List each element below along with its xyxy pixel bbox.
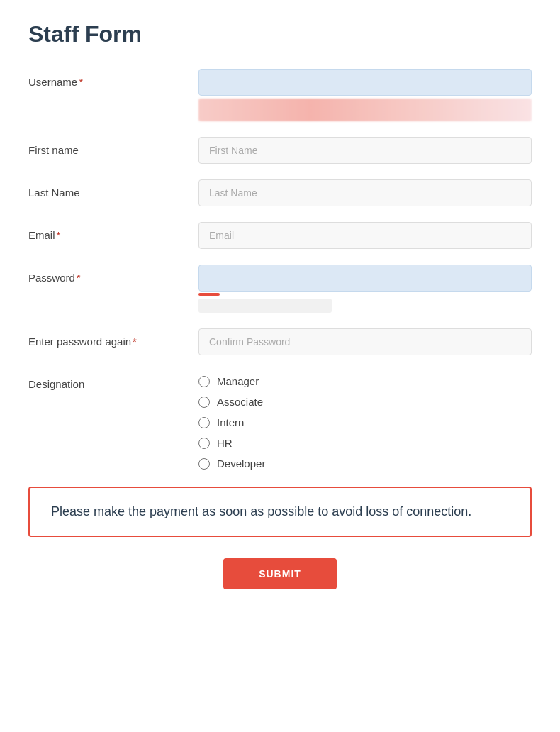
last-name-field-wrapper: [198, 179, 532, 206]
submit-row: SUBMIT: [28, 558, 532, 589]
designation-field-wrapper: Manager Associate Intern HR Developer: [198, 371, 532, 470]
page-title: Staff Form: [28, 21, 532, 48]
designation-option-hr[interactable]: HR: [198, 437, 532, 449]
alert-box: Please make the payment as soon as possi…: [28, 487, 532, 537]
username-label: Username*: [28, 69, 198, 88]
last-name-input[interactable]: [198, 179, 532, 206]
password-input[interactable]: [198, 265, 532, 292]
designation-radio-developer[interactable]: [198, 458, 210, 470]
email-row: Email*: [28, 222, 532, 249]
designation-option-manager[interactable]: Manager: [198, 375, 532, 387]
first-name-field-wrapper: [198, 137, 532, 164]
designation-radio-hr[interactable]: [198, 438, 210, 449]
designation-option-associate[interactable]: Associate: [198, 396, 532, 408]
password-hint: [198, 299, 332, 313]
confirm-password-label: Enter password again*: [28, 328, 198, 348]
username-row: Username*: [28, 69, 532, 121]
first-name-input[interactable]: [198, 137, 532, 164]
designation-radio-intern[interactable]: [198, 417, 210, 428]
designation-row: Designation Manager Associate Intern: [28, 371, 532, 470]
designation-options: Manager Associate Intern HR Developer: [198, 371, 532, 470]
email-field-wrapper: [198, 222, 532, 249]
username-input[interactable]: [198, 69, 532, 96]
password-error-bar: [198, 293, 220, 296]
designation-label: Designation: [28, 371, 198, 390]
email-label: Email*: [28, 222, 198, 241]
last-name-row: Last Name: [28, 179, 532, 206]
password-field-wrapper: [198, 265, 532, 313]
username-field-wrapper: [198, 69, 532, 121]
first-name-row: First name: [28, 137, 532, 164]
email-input[interactable]: [198, 222, 532, 249]
designation-option-intern[interactable]: Intern: [198, 416, 532, 428]
staff-form: Username* First name Last Name Email*: [28, 69, 532, 589]
designation-radio-associate[interactable]: [198, 396, 210, 408]
confirm-password-input[interactable]: [198, 328, 532, 355]
designation-radio-manager[interactable]: [198, 376, 210, 387]
username-error-hint: [198, 99, 532, 121]
submit-button[interactable]: SUBMIT: [223, 558, 337, 589]
first-name-label: First name: [28, 137, 198, 156]
designation-option-developer[interactable]: Developer: [198, 458, 532, 470]
confirm-password-row: Enter password again*: [28, 328, 532, 355]
last-name-label: Last Name: [28, 179, 198, 199]
password-row: Password*: [28, 265, 532, 313]
password-label: Password*: [28, 265, 198, 284]
alert-text: Please make the payment as soon as possi…: [51, 502, 509, 521]
confirm-password-field-wrapper: [198, 328, 532, 355]
